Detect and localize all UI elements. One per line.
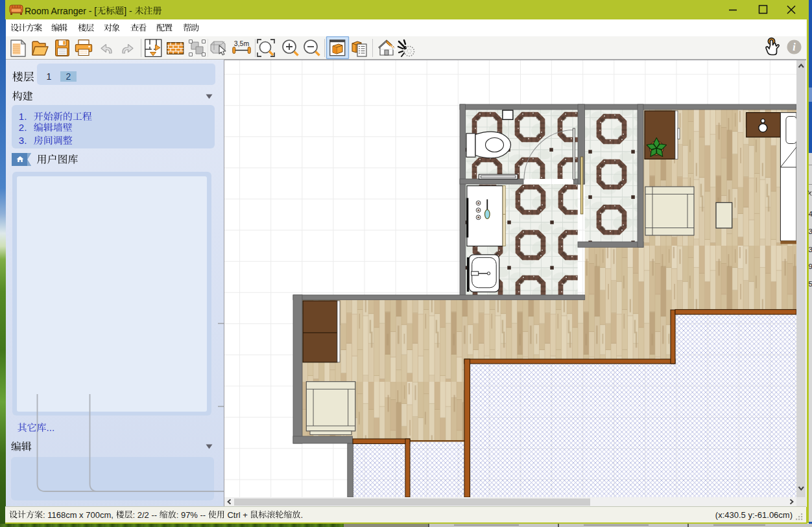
svg-text:i: i xyxy=(793,41,796,53)
svg-text:3,5m: 3,5m xyxy=(234,40,250,47)
